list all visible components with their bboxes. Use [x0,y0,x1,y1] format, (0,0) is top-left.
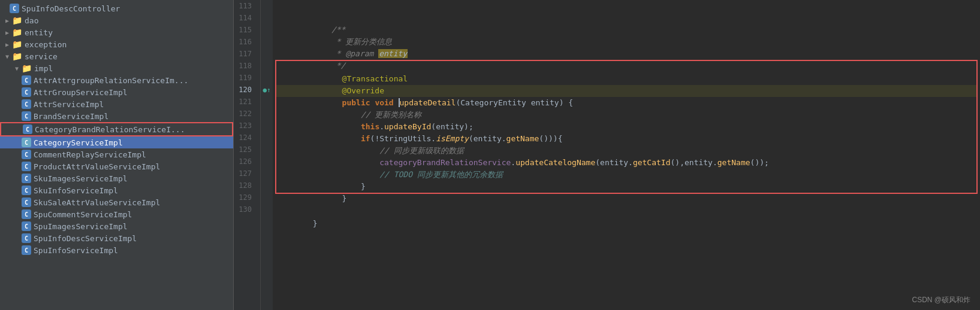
tree-item-exception[interactable]: ▶ 📁 exception [0,38,233,50]
tree-item-label: SkuSaleAttrValueServiceImpl [34,198,160,207]
class-icon: C [22,186,31,195]
tree-item-spuInfo[interactable]: C SpuInfoServiceImpl [0,244,233,256]
tree-item-commentReplay[interactable]: C CommentReplayServiceImpl [0,148,233,160]
tree-item-spuInfoDesc[interactable]: C SpuInfoDescServiceImpl [0,232,233,244]
expand-arrow: ▶ [2,17,12,24]
line-num-125: 125 [239,144,255,156]
tree-item-label: SkuInfoServiceImpl [34,186,118,195]
tree-item-label: SkuImagesServiceImpl [34,174,128,183]
gutter-124 [261,132,273,144]
tree-item-label: exception [25,40,67,49]
line-num-120: 120 [239,84,255,96]
class-icon: C [22,75,31,85]
tree-item-attrAttrgroup[interactable]: C AttrAttrgroupRelationServiceIm... [0,74,233,86]
code-line-113 [275,0,978,12]
tree-item-categoryService[interactable]: C CategoryServiceImpl [0,136,233,148]
tree-item-label: entity [25,28,53,37]
line-numbers: 113 114 115 116 117 118 119 120 121 122 … [234,0,261,310]
class-icon: C [10,4,19,13]
code-content[interactable]: /** * 更新分类信息 * @param entity */ @Transac… [273,0,980,310]
tree-item-label: AttrGroupServiceImpl [34,88,128,97]
line-num-119: 119 [239,72,255,84]
folder-icon: 📁 [12,28,22,37]
tree-item-label: SpuInfoServiceImpl [34,246,118,255]
gutter-119 [261,72,273,84]
gutter-125 [261,144,273,156]
expand-arrow: ▶ [2,29,12,36]
code-line-128: } [276,181,976,193]
tree-item-label: AttrServiceImpl [34,100,104,109]
class-icon: C [22,87,31,97]
gutter-123 [261,120,273,132]
tree-item-label: service [25,52,58,61]
tree-item-label: impl [34,64,53,73]
tree-item-spuinfodesc-controller[interactable]: C SpuInfoDescController [0,2,233,14]
tree-item-skuSaleAttr[interactable]: C SkuSaleAttrValueServiceImpl [0,196,233,208]
red-border-block: @Transactional @Override public void upd… [275,60,978,194]
line-num-121: 121 [239,96,255,108]
tree-item-label: BrandServiceImpl [34,112,108,121]
tree-item-label: CategoryBrandRelationServiceI... [35,125,185,134]
tree-item-attrGroup[interactable]: C AttrGroupServiceImpl [0,86,233,98]
folder-icon: 📁 [22,63,32,73]
tree-item-label: CommentReplayServiceImpl [34,150,146,159]
class-icon: C [22,209,31,219]
line-num-116: 116 [239,36,255,48]
watermark: CSDN @硕风和炸 [912,295,970,305]
tree-item-service[interactable]: ▼ 📁 service [0,50,233,62]
tree-item-label: dao [25,16,38,25]
tree-item-label: SpuImagesServiceImpl [34,222,128,231]
gutter-129 [261,192,273,203]
tree-item-skuImages[interactable]: C SkuImagesServiceImpl [0,172,233,184]
gutter-120: ●↑ [261,84,273,96]
tree-item-label: ProductAttrValueServiceImpl [34,162,160,171]
gutter-118 [261,60,273,72]
gutter-117 [261,48,273,60]
tree-item-skuInfo[interactable]: C SkuInfoServiceImpl [0,184,233,196]
tree-item-spuComment[interactable]: C SpuCommentServiceImpl [0,208,233,220]
gutter-121 [261,96,273,108]
tree-item-attrService[interactable]: C AttrServiceImpl [0,98,233,110]
expand-arrow: ▼ [2,53,12,60]
tree-item-label: SpuCommentServiceImpl [34,210,132,219]
class-icon: C [22,162,31,171]
file-tree[interactable]: C SpuInfoDescController ▶ 📁 dao ▶ 📁 enti… [0,0,234,310]
tree-item-entity[interactable]: ▶ 📁 entity [0,26,233,38]
class-icon: C [23,124,32,134]
code-line-130: } [275,206,978,218]
tree-item-spuImages[interactable]: C SpuImagesServiceImpl [0,220,233,232]
code-editor[interactable]: 113 114 115 116 117 118 119 120 121 122 … [234,0,980,310]
gutter-128 [261,180,273,192]
expand-arrow: ▼ [12,65,22,72]
tree-item-impl[interactable]: ▼ 📁 impl [0,62,233,74]
folder-icon: 📁 [12,16,22,25]
code-line-129 [275,194,978,206]
line-num-114: 114 [239,12,255,24]
expand-arrow: ▶ [2,41,12,48]
class-icon: C [22,174,31,183]
line-num-118: 118 [239,60,255,72]
tree-item-label: AttrAttrgroupRelationServiceIm... [34,76,188,85]
line-num-126: 126 [239,156,255,168]
tree-item-label: CategoryServiceImpl [34,138,123,147]
gutter-127 [261,168,273,180]
gutter-126 [261,156,273,168]
gutter-116 [261,36,273,48]
tree-item-label: SpuInfoDescController [22,4,120,13]
line-num-128: 128 [239,180,255,192]
class-icon: C [22,150,31,159]
tree-item-categoryBrand[interactable]: C CategoryBrandRelationServiceI... [0,122,233,136]
code-line-115: * 更新分类信息 [275,24,978,36]
line-num-117: 117 [239,48,255,60]
class-icon: C [22,197,31,207]
line-num-124: 124 [239,132,255,144]
class-icon: C [22,138,31,147]
line-num-123: 123 [239,120,255,132]
tree-item-dao[interactable]: ▶ 📁 dao [0,14,233,26]
code-line-114: /** [275,12,978,24]
tree-item-productAttr[interactable]: C ProductAttrValueServiceImpl [0,160,233,172]
tree-item-brandService[interactable]: C BrandServiceImpl [0,110,233,122]
line-num-129: 129 [239,192,255,203]
line-num-113: 113 [239,0,255,12]
gutter-130 [261,203,273,215]
